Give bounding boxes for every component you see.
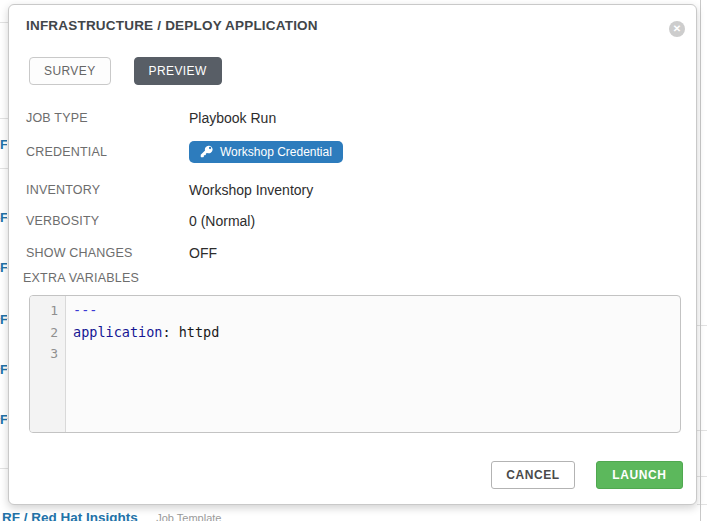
credential-badge-label: Workshop Credential [220, 145, 332, 159]
close-icon[interactable]: ✕ [669, 21, 685, 37]
yaml-key: application [73, 324, 162, 340]
background-row-divider [0, 168, 8, 169]
show-changes-value: OFF [189, 245, 217, 261]
deploy-application-modal: INFRASTRUCTURE / DEPLOY APPLICATION ✕ SU… [8, 4, 697, 505]
background-row-divider [0, 118, 8, 119]
background-row-divider [0, 468, 8, 469]
yaml-value: httpd [179, 324, 220, 340]
job-type-row: JOB TYPE Playbook Run [26, 110, 276, 126]
show-changes-label: SHOW CHANGES [26, 246, 189, 260]
yaml-separator: : [162, 324, 178, 340]
background-clipped-link: F [0, 413, 7, 427]
verbosity-value: 0 (Normal) [189, 213, 255, 229]
verbosity-label: VERBOSITY [26, 214, 189, 228]
editor-line-number-gutter: 1 2 3 [30, 296, 66, 432]
inventory-label: INVENTORY [26, 183, 189, 197]
background-clipped-link: F [0, 211, 7, 225]
key-icon [200, 145, 213, 158]
inventory-value: Workshop Inventory [189, 182, 313, 198]
background-clipped-link: F [0, 313, 7, 327]
job-type-value: Playbook Run [189, 110, 276, 126]
credential-row: CREDENTIAL Workshop Credential [26, 140, 343, 163]
credential-label: CREDENTIAL [26, 145, 189, 159]
show-changes-row: SHOW CHANGES OFF [26, 245, 217, 261]
line-number: 3 [30, 343, 65, 365]
background-row-divider [697, 325, 707, 326]
background-template-row: RF / Red Hat Insights Job Template [2, 508, 221, 521]
tab-bar: SURVEY PREVIEW [29, 57, 222, 85]
background-template-type: Job Template [156, 512, 221, 521]
code-line: application: httpd [73, 322, 219, 344]
line-number: 2 [30, 322, 65, 344]
inventory-row: INVENTORY Workshop Inventory [26, 182, 313, 198]
background-page-edge [700, 0, 701, 521]
editor-code-area[interactable]: --- application: httpd [66, 296, 219, 432]
background-row-divider [697, 504, 707, 505]
background-row-divider [697, 476, 707, 477]
line-number: 1 [30, 300, 65, 322]
extra-variables-label: EXTRA VARIABLES [23, 271, 139, 285]
yaml-document-start: --- [73, 302, 97, 318]
code-line: --- [73, 300, 219, 322]
background-template-link: RF / Red Hat Insights [2, 510, 138, 521]
verbosity-row: VERBOSITY 0 (Normal) [26, 213, 255, 229]
background-clipped-link: F [0, 261, 7, 275]
tab-preview[interactable]: PREVIEW [134, 57, 222, 85]
tab-survey[interactable]: SURVEY [29, 57, 111, 85]
background-row-divider [697, 430, 707, 431]
background-clipped-link: F [0, 363, 7, 377]
credential-badge[interactable]: Workshop Credential [189, 141, 343, 163]
cancel-button[interactable]: CANCEL [491, 461, 575, 489]
extra-variables-editor[interactable]: 1 2 3 --- application: httpd [29, 295, 681, 433]
background-clipped-link: F [0, 138, 7, 152]
background-row-divider [0, 22, 8, 23]
job-type-label: JOB TYPE [26, 111, 189, 125]
code-line [73, 343, 219, 365]
launch-button[interactable]: LAUNCH [596, 461, 683, 489]
page-title: INFRASTRUCTURE / DEPLOY APPLICATION [26, 18, 318, 33]
